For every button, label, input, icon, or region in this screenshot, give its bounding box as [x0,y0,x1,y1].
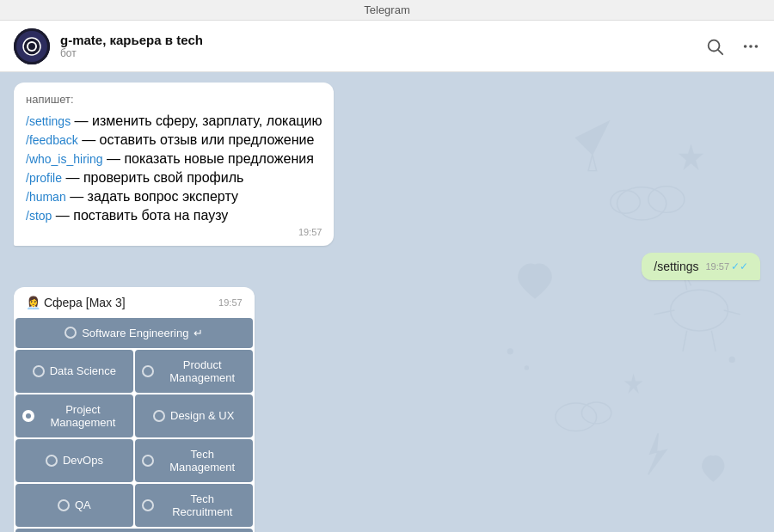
bot-message-bubble: напишет: /settings — изменить сферу, зар… [14,83,334,246]
chat-area: напишет: /settings — изменить сферу, зар… [0,72,774,532]
radio-tech-management [142,455,154,467]
btn-label-tech-management: Tech Management [159,448,246,474]
radio-qa [58,499,70,511]
bot-intro-text: напишет: [26,91,322,108]
chat-header: g-mate, карьера в tech бот [0,21,774,72]
btn-row-3: Project Management Design & UX [15,394,253,437]
svg-point-4 [28,43,35,50]
btn-data-science[interactable]: Data Science [15,350,133,393]
profile-desc: — проверить свой профиль [65,170,243,185]
arrow-icon: ↵ [194,327,203,339]
header-info: g-mate, карьера в tech бот [60,33,705,59]
btn-label-data-science: Data Science [50,364,116,377]
selection-title: 👩‍💼 Сфера [Max 3] [26,296,126,309]
radio-tech-recruitment [142,499,154,511]
btn-row-back: ◄ Назад [15,529,253,533]
btn-row-1: Software Engineering ↵ [15,318,253,348]
more-button[interactable] [741,37,760,56]
btn-label-devops: DevOps [63,454,103,467]
header-actions [705,37,760,56]
btn-label-software-engineering: Software Engineering [82,327,188,339]
cmd-settings: /settings — изменить сферу, зарплату, ло… [26,113,322,129]
search-button[interactable] [705,37,724,56]
btn-qa[interactable]: QA [15,484,133,527]
btn-row-4: DevOps Tech Management [15,439,253,482]
svg-point-8 [749,45,752,48]
user-message-bubble: /settings 19:57 ✓✓ [642,253,760,280]
cmd-who-is-hiring: /who_is_hiring — показать новые предложе… [26,151,322,167]
btn-tech-recruitment[interactable]: Tech Recruitment [135,484,253,527]
btn-devops[interactable]: DevOps [15,439,133,482]
who-is-hiring-desc: — показать новые предложения [107,151,314,166]
settings-desc: — изменить сферу, зарплату, локацию [75,113,322,128]
svg-point-9 [755,45,759,48]
btn-tech-management[interactable]: Tech Management [135,439,253,482]
radio-product-management [142,365,154,377]
back-button[interactable]: ◄ Назад [15,529,253,533]
bot-message-timestamp: 19:57 [26,227,322,237]
top-bar: Telegram [0,0,774,21]
double-check-icon: ✓✓ [731,260,748,272]
selection-card: 👩‍💼 Сфера [Max 3] 19:57 Software Enginee… [14,287,255,533]
app-title: Telegram [364,3,409,16]
chat-content: напишет: /settings — изменить сферу, зар… [14,83,760,532]
avatar [14,28,50,64]
radio-devops [46,455,58,467]
btn-design-ux[interactable]: Design & UX [135,394,253,437]
bot-type: бот [60,47,705,59]
btn-row-5: QA Tech Recruitment [15,484,253,527]
cmd-stop: /stop — поставить бота на паузу [26,208,322,223]
radio-data-science [33,365,45,377]
btn-label-tech-recruitment: Tech Recruitment [159,492,246,518]
stop-link[interactable]: /stop [26,209,52,223]
feedback-link[interactable]: /feedback [26,133,78,147]
selection-header: 👩‍💼 Сфера [Max 3] 19:57 [14,287,255,318]
feedback-desc: — оставить отзыв или предложение [82,132,314,147]
user-message-timestamp: 19:57 ✓✓ [705,260,748,272]
cmd-feedback: /feedback — оставить отзыв или предложен… [26,132,322,148]
radio-design-ux [153,410,165,422]
btn-row-2: Data Science Product Management [15,350,253,393]
cmd-profile: /profile — проверить свой профиль [26,170,322,186]
human-desc: — задать вопрос эксперту [70,189,238,204]
radio-software-engineering [64,327,77,339]
radio-project-management [22,410,34,422]
svg-line-6 [718,50,722,54]
selection-buttons: Software Engineering ↵ Data Science Prod… [14,318,255,533]
human-link[interactable]: /human [26,190,66,204]
profile-link[interactable]: /profile [26,171,62,185]
svg-point-7 [744,45,747,48]
btn-project-management[interactable]: Project Management [15,394,133,437]
user-message-text: /settings [654,260,698,273]
btn-software-engineering[interactable]: Software Engineering ↵ [15,318,253,348]
settings-link[interactable]: /settings [26,114,71,128]
who-is-hiring-link[interactable]: /who_is_hiring [26,152,103,166]
btn-label-design-ux: Design & UX [170,409,234,422]
btn-product-management[interactable]: Product Management [135,350,253,393]
cmd-human: /human — задать вопрос эксперту [26,189,322,205]
selection-timestamp: 19:57 [218,297,243,308]
btn-label-product-management: Product Management [159,358,246,384]
bot-name: g-mate, карьера в tech [60,33,705,47]
stop-desc: — поставить бота на паузу [56,208,229,223]
btn-label-project-management: Project Management [40,403,126,429]
btn-label-qa: QA [75,498,91,511]
